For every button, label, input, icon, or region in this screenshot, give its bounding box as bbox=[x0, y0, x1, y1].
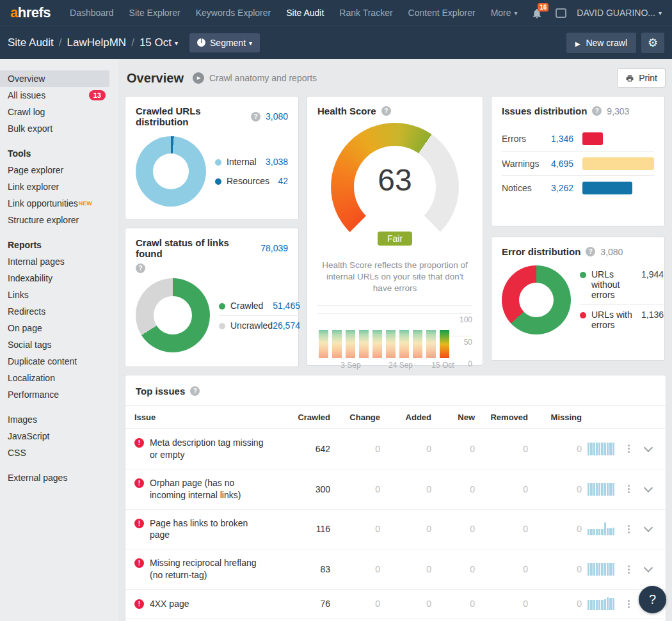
help-button[interactable] bbox=[639, 586, 666, 613]
user-menu[interactable]: DAVID GUARINO... bbox=[577, 8, 662, 18]
nav-site-audit[interactable]: Site Audit bbox=[286, 8, 324, 18]
error-alert-icon bbox=[134, 519, 144, 528]
removed-value: 0 bbox=[475, 599, 528, 609]
crawl-status-total[interactable]: 78,039 bbox=[260, 243, 288, 253]
sidebar-item-social-tags[interactable]: Social tags bbox=[0, 336, 118, 353]
issue-name[interactable]: Orphan page (has no incoming internal li… bbox=[150, 477, 269, 501]
ahrefs-logo[interactable]: ahrefs bbox=[10, 4, 51, 21]
legend-value[interactable]: 42 bbox=[278, 176, 288, 186]
sidebar-item-links[interactable]: Links bbox=[0, 287, 118, 303]
issue-sparkline bbox=[588, 523, 614, 535]
sidebar-item-page-explorer[interactable]: Page explorer bbox=[0, 162, 118, 178]
sidebar-item-external-pages[interactable]: External pages bbox=[0, 469, 118, 486]
sidebar-item-on-page[interactable]: On page bbox=[0, 320, 118, 336]
added-value: 0 bbox=[380, 484, 431, 494]
legend-value[interactable]: 26,574 bbox=[273, 320, 300, 331]
sidebar-header-tools: Tools bbox=[0, 145, 118, 162]
row-value[interactable]: 3,262 bbox=[543, 183, 573, 193]
nav-site-explorer[interactable]: Site Explorer bbox=[129, 8, 180, 18]
new-value: 0 bbox=[431, 524, 475, 534]
new-value: 0 bbox=[431, 564, 475, 574]
row-menu-kebab-icon[interactable] bbox=[628, 565, 630, 574]
legend-label: Resources bbox=[227, 176, 269, 186]
help-icon[interactable] bbox=[381, 106, 391, 116]
help-icon[interactable] bbox=[586, 247, 595, 256]
nav-keywords-explorer[interactable]: Keywords Explorer bbox=[196, 8, 271, 18]
sidebar-item-javascript[interactable]: JavaScript bbox=[0, 428, 118, 444]
sidebar-item-indexability[interactable]: Indexability bbox=[0, 270, 118, 287]
row-expand-chevron-icon[interactable] bbox=[644, 523, 653, 532]
print-button[interactable]: Print bbox=[617, 68, 666, 88]
breadcrumb-project[interactable]: LawHelpMN bbox=[67, 36, 127, 49]
row-expand-chevron-icon[interactable] bbox=[644, 483, 653, 492]
nav-rank-tracker[interactable]: Rank Tracker bbox=[339, 8, 392, 18]
issue-name[interactable]: 4XX page bbox=[150, 598, 189, 610]
issue-name[interactable]: Missing reciprocal hreflang (no return-t… bbox=[150, 557, 269, 581]
nav-more[interactable]: More bbox=[491, 8, 518, 18]
sidebar-item-overview[interactable]: Overview bbox=[0, 70, 109, 87]
change-value: 0 bbox=[330, 524, 380, 534]
legend-value[interactable]: 3,038 bbox=[266, 157, 288, 167]
top-navbar: ahrefs Dashboard Site Explorer Keywords … bbox=[0, 0, 672, 26]
nav-dashboard[interactable]: Dashboard bbox=[70, 8, 114, 18]
row-menu-kebab-icon[interactable] bbox=[628, 485, 630, 493]
crawl-date-dropdown[interactable]: 15 Oct bbox=[140, 36, 178, 49]
video-play-icon[interactable] bbox=[193, 72, 204, 84]
row-menu-kebab-icon[interactable] bbox=[628, 444, 630, 453]
sidebar-item-localization[interactable]: Localization bbox=[0, 370, 118, 386]
crawled-urls-total[interactable]: 3,080 bbox=[266, 111, 288, 122]
sidebar-item-bulk-export[interactable]: Bulk export bbox=[0, 120, 118, 137]
sidebar-item-crawl-log[interactable]: Crawl log bbox=[0, 104, 118, 120]
legend-label: URLs with errors bbox=[591, 310, 641, 330]
crawled-urls-card: Crawled URLs distribution 3,080 Internal… bbox=[125, 97, 298, 219]
crawl-anatomy-link[interactable]: Crawl anatomy and reports bbox=[209, 73, 317, 83]
issue-name[interactable]: Page has links to broken page bbox=[150, 517, 269, 542]
row-menu-kebab-icon[interactable] bbox=[628, 525, 630, 533]
row-menu-kebab-icon[interactable] bbox=[628, 600, 630, 608]
sidebar-item-all-issues[interactable]: All issues13 bbox=[0, 87, 118, 104]
main-content: Overview Crawl anatomy and reports Print… bbox=[118, 59, 672, 621]
legend-item-crawled: Crawled 51,465 bbox=[219, 296, 300, 315]
sidebar-item-link-opportunities[interactable]: Link opportunitiesNEW bbox=[0, 195, 118, 212]
issues-row-warnings: Warnings 4,695 bbox=[502, 151, 654, 175]
breadcrumb-site-audit[interactable]: Site Audit bbox=[8, 36, 54, 49]
missing-value: 0 bbox=[528, 564, 582, 574]
sidebar-label: CSS bbox=[8, 448, 26, 458]
sidebar-item-performance[interactable]: Performance bbox=[0, 386, 118, 403]
crawl-status-card: Crawl status of links found 78,039 Crawl… bbox=[125, 228, 298, 366]
help-icon[interactable] bbox=[251, 112, 260, 122]
legend-value[interactable]: 51,465 bbox=[273, 301, 300, 311]
sidebar-item-css[interactable]: CSS bbox=[0, 444, 118, 461]
sidebar-item-duplicate-content[interactable]: Duplicate content bbox=[0, 353, 118, 370]
legend-label: Uncrawled bbox=[230, 320, 273, 331]
sidebar-label: Link explorer bbox=[8, 182, 59, 192]
help-icon[interactable] bbox=[190, 386, 200, 396]
crawled-urls-donut-chart bbox=[136, 136, 206, 207]
sidebar-label: Social tags bbox=[8, 340, 51, 350]
segment-button[interactable]: Segment bbox=[189, 33, 260, 52]
sidebar-item-link-explorer[interactable]: Link explorer bbox=[0, 178, 118, 195]
row-expand-chevron-icon[interactable] bbox=[644, 443, 653, 452]
settings-gear-button[interactable] bbox=[641, 33, 664, 53]
legend-item-internal: Internal 3,038 bbox=[215, 152, 288, 171]
crawled-value: 76 bbox=[294, 599, 330, 609]
sidebar-item-internal-pages[interactable]: Internal pages bbox=[0, 253, 118, 270]
help-icon[interactable] bbox=[592, 106, 602, 116]
notifications-bell-icon[interactable]: 16 bbox=[531, 6, 545, 20]
legend: Crawled 51,465 Uncrawled 26,574 bbox=[219, 296, 300, 335]
health-score-gauge: 63 Fair bbox=[331, 123, 459, 251]
error-alert-icon bbox=[134, 438, 144, 448]
sidebar-label: Page explorer bbox=[8, 165, 63, 175]
row-value[interactable]: 1,346 bbox=[543, 134, 573, 144]
row-expand-chevron-icon[interactable] bbox=[644, 563, 653, 572]
device-icon[interactable] bbox=[556, 8, 566, 18]
nav-content-explorer[interactable]: Content Explorer bbox=[408, 8, 476, 18]
help-icon[interactable] bbox=[136, 263, 145, 273]
sidebar-item-redirects[interactable]: Redirects bbox=[0, 303, 118, 320]
sidebar-item-images[interactable]: Images bbox=[0, 411, 118, 428]
issue-name[interactable]: Meta description tag missing or empty bbox=[150, 437, 269, 461]
row-value[interactable]: 4,695 bbox=[543, 159, 573, 169]
new-crawl-button[interactable]: New crawl bbox=[566, 33, 636, 53]
sidebar-item-structure-explorer[interactable]: Structure explorer bbox=[0, 212, 118, 228]
error-dist-total: 3,080 bbox=[600, 247, 623, 257]
